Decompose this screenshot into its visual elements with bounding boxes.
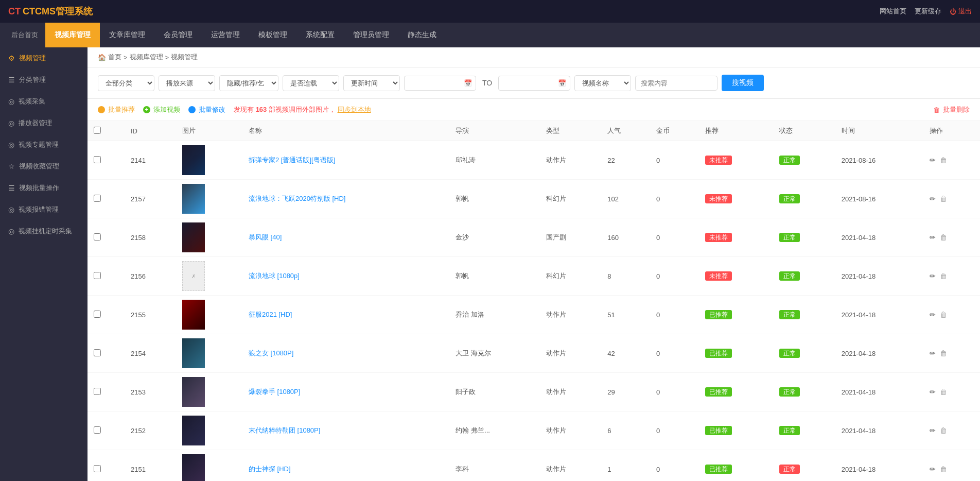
search-input[interactable] bbox=[635, 76, 717, 91]
recommend-badge[interactable]: 未推荐 bbox=[705, 156, 732, 165]
edit-button[interactable]: ✏ bbox=[930, 465, 936, 473]
nav-member[interactable]: 会员管理 bbox=[154, 23, 202, 47]
edit-button[interactable]: ✏ bbox=[930, 426, 936, 435]
nav-static[interactable]: 静态生成 bbox=[398, 23, 446, 47]
status-badge[interactable]: 正常 bbox=[779, 194, 800, 203]
edit-button[interactable]: ✏ bbox=[930, 349, 936, 357]
sidebar-item-collect[interactable]: ◎ 视频采集 bbox=[0, 91, 87, 112]
status-badge[interactable]: 正常 bbox=[779, 233, 800, 242]
nav-system[interactable]: 系统配置 bbox=[296, 23, 344, 47]
source-select[interactable]: 播放来源 bbox=[159, 75, 215, 91]
logout-button[interactable]: ⏻ 退出 bbox=[950, 7, 972, 16]
delete-button[interactable]: 🗑 bbox=[940, 233, 947, 242]
recommend-badge[interactable]: 已推荐 bbox=[705, 426, 732, 435]
thumbnail-image bbox=[182, 338, 205, 368]
edit-button[interactable]: ✏ bbox=[930, 388, 936, 396]
sidebar-item-scheduled[interactable]: ◎ 视频挂机定时采集 bbox=[0, 220, 87, 242]
sidebar-item-player[interactable]: ◎ 播放器管理 bbox=[0, 112, 87, 134]
date-end-input[interactable] bbox=[498, 76, 570, 91]
nav-admin[interactable]: 管理员管理 bbox=[344, 23, 398, 47]
cell-type: 动作片 bbox=[540, 296, 601, 334]
edit-button[interactable]: ✏ bbox=[930, 156, 936, 164]
recommend-badge[interactable]: 已推荐 bbox=[705, 465, 732, 474]
video-title-link[interactable]: 爆裂拳手 [1080P] bbox=[249, 388, 300, 396]
status-badge[interactable]: 正常 bbox=[779, 387, 800, 397]
delete-button[interactable]: 🗑 bbox=[940, 156, 947, 164]
row-checkbox[interactable] bbox=[94, 311, 101, 318]
nav-template[interactable]: 模板管理 bbox=[249, 23, 296, 47]
sidebar-label-collect: 视频采集 bbox=[19, 97, 45, 106]
sidebar-item-special[interactable]: ◎ 视频专题管理 bbox=[0, 134, 87, 156]
category-select[interactable]: 全部分类 bbox=[98, 75, 154, 91]
delete-button[interactable]: 🗑 bbox=[940, 388, 947, 396]
update-cache-link[interactable]: 更新缓存 bbox=[915, 7, 941, 16]
status-badge[interactable]: 正常 bbox=[779, 271, 800, 281]
batch-recommend-button[interactable]: 批量推荐 bbox=[98, 105, 135, 114]
status-badge[interactable]: 正常 bbox=[779, 349, 800, 358]
recommend-badge[interactable]: 已推荐 bbox=[705, 387, 732, 397]
recommend-badge[interactable]: 未推荐 bbox=[705, 194, 732, 203]
video-title-link[interactable]: 暴风眼 [40] bbox=[249, 233, 282, 241]
edit-button[interactable]: ✏ bbox=[930, 272, 936, 280]
video-title-link[interactable]: 末代纳粹特勒团 [1080P] bbox=[249, 426, 320, 434]
video-title-link[interactable]: 流浪地球：飞跃2020特别版 [HD] bbox=[249, 195, 346, 202]
cell-coins: 0 bbox=[650, 373, 699, 411]
batch-delete-button[interactable]: 🗑 批量删除 bbox=[933, 105, 970, 114]
row-checkbox[interactable] bbox=[94, 233, 101, 240]
edit-button[interactable]: ✏ bbox=[930, 195, 936, 203]
row-checkbox[interactable] bbox=[94, 272, 101, 279]
delete-button[interactable]: 🗑 bbox=[940, 195, 947, 203]
status-badge[interactable]: 正常 bbox=[779, 465, 800, 474]
date-start-input[interactable] bbox=[404, 76, 476, 91]
search-button[interactable]: 搜视频 bbox=[722, 75, 764, 91]
time-select[interactable]: 更新时间 bbox=[343, 75, 400, 91]
sidebar-item-video-manage[interactable]: ⚙ 视频管理 bbox=[0, 47, 87, 69]
edit-button[interactable]: ✏ bbox=[930, 311, 936, 319]
sidebar-item-batch[interactable]: ☰ 视频批量操作 bbox=[0, 177, 87, 199]
video-title-link[interactable]: 拆弹专家2 [普通话版][粤语版] bbox=[249, 156, 335, 164]
video-title-link[interactable]: 征服2021 [HD] bbox=[249, 311, 292, 318]
recommend-badge[interactable]: 未推荐 bbox=[705, 233, 732, 242]
sidebar-item-report[interactable]: ◎ 视频报错管理 bbox=[0, 199, 87, 220]
row-checkbox[interactable] bbox=[94, 465, 101, 472]
nav-article[interactable]: 文章库管理 bbox=[100, 23, 154, 47]
sidebar-item-category[interactable]: ☰ 分类管理 bbox=[0, 69, 87, 91]
isload-select[interactable]: 是否连载 bbox=[283, 75, 339, 91]
video-title-link[interactable]: 流浪地球 [1080p] bbox=[249, 272, 300, 280]
website-home-link[interactable]: 网站首页 bbox=[880, 7, 906, 16]
row-checkbox[interactable] bbox=[94, 195, 101, 202]
select-all-checkbox[interactable] bbox=[94, 127, 101, 134]
add-video-button[interactable]: + 添加视频 bbox=[143, 105, 180, 114]
delete-button[interactable]: 🗑 bbox=[940, 426, 947, 435]
cell-actions: ✏ 🗑 bbox=[923, 218, 980, 257]
recommend-select[interactable]: 隐藏/推荐/乞 bbox=[219, 75, 278, 91]
main-nav: 后台首页 视频库管理 文章库管理 会员管理 运营管理 模板管理 系统配置 管理员… bbox=[0, 23, 980, 47]
delete-button[interactable]: 🗑 bbox=[940, 349, 947, 357]
delete-button[interactable]: 🗑 bbox=[940, 272, 947, 280]
filter-bar: 全部分类 播放来源 隐藏/推荐/乞 是否连载 更新时间 📅 TO 📅 bbox=[87, 67, 980, 99]
video-title-link[interactable]: 的士神探 [HD] bbox=[249, 465, 291, 473]
search-type-select[interactable]: 视频名称 bbox=[574, 75, 631, 91]
nav-video[interactable]: 视频库管理 bbox=[45, 23, 100, 47]
breadcrumb-video-lib[interactable]: 视频库管理 bbox=[130, 53, 163, 62]
video-title-link[interactable]: 狼之女 [1080P] bbox=[249, 349, 293, 357]
delete-button[interactable]: 🗑 bbox=[940, 311, 947, 319]
row-checkbox[interactable] bbox=[94, 349, 101, 356]
edit-button[interactable]: ✏ bbox=[930, 233, 936, 242]
row-checkbox[interactable] bbox=[94, 388, 101, 395]
breadcrumb-home[interactable]: 首页 bbox=[108, 53, 121, 62]
sidebar-item-favorite[interactable]: ☆ 视频收藏管理 bbox=[0, 156, 87, 177]
recommend-badge[interactable]: 已推荐 bbox=[705, 310, 732, 319]
status-badge[interactable]: 正常 bbox=[779, 426, 800, 435]
status-badge[interactable]: 正常 bbox=[779, 310, 800, 319]
nav-home[interactable]: 后台首页 bbox=[4, 23, 45, 47]
recommend-badge[interactable]: 未推荐 bbox=[705, 271, 732, 281]
row-checkbox[interactable] bbox=[94, 156, 101, 163]
batch-modify-button[interactable]: 批量修改 bbox=[188, 105, 225, 114]
recommend-badge[interactable]: 已推荐 bbox=[705, 349, 732, 358]
status-badge[interactable]: 正常 bbox=[779, 156, 800, 165]
delete-button[interactable]: 🗑 bbox=[940, 465, 947, 473]
nav-operation[interactable]: 运营管理 bbox=[202, 23, 249, 47]
notice-action[interactable]: 同步到本地 bbox=[338, 106, 371, 113]
row-checkbox[interactable] bbox=[94, 426, 101, 434]
